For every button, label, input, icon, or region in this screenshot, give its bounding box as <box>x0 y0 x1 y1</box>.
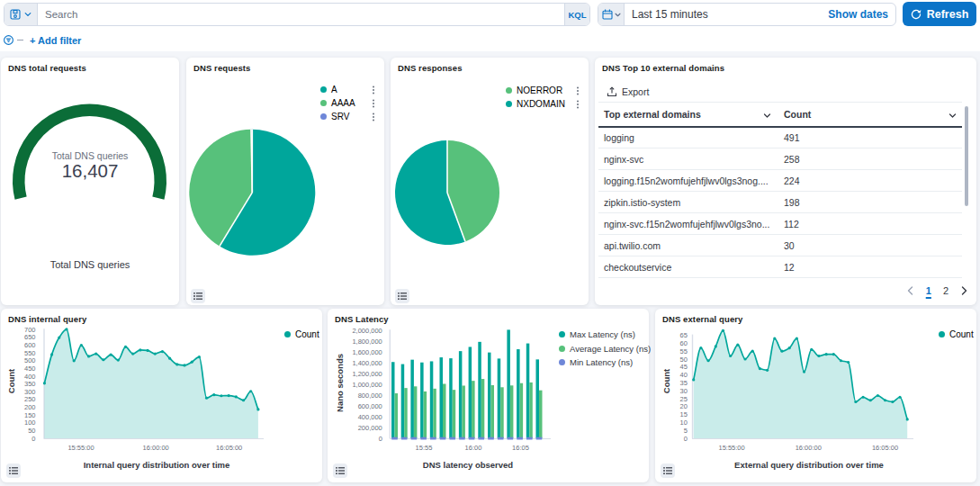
table-cell: 198 <box>778 192 962 213</box>
table-row[interactable]: checkoutservice12 <box>598 256 962 278</box>
bar-average-latency <box>424 392 427 438</box>
legend-item[interactable]: Count <box>939 328 974 341</box>
legend-label[interactable]: NXDOMAIN <box>517 99 565 109</box>
point-marker <box>788 346 791 349</box>
legend-actions-icon[interactable] <box>576 100 580 109</box>
show-dates-link[interactable]: Show dates <box>828 8 888 21</box>
point-marker <box>861 396 864 399</box>
chevron-down-icon <box>24 11 31 18</box>
legend-item[interactable]: Min Latency (ns) <box>559 356 651 370</box>
point-marker <box>706 359 709 362</box>
previous-page-button[interactable] <box>906 285 914 296</box>
time-range-label[interactable]: Last 15 minutes <box>632 8 708 21</box>
point-marker <box>58 336 60 338</box>
y-tick-label: 2,000,000 <box>352 327 382 335</box>
y-tick-label: 400,000 <box>358 413 382 421</box>
table-scrollbar[interactable] <box>965 106 968 206</box>
bar-min-latency <box>488 437 494 440</box>
legend-item[interactable]: AAAA <box>320 96 355 110</box>
y-tick-label: 800,000 <box>358 392 382 400</box>
table-cell: 491 <box>778 127 962 148</box>
calendar-menu-button[interactable] <box>598 4 625 25</box>
legend-toggle-button[interactable] <box>6 464 21 478</box>
table-row[interactable]: nginx-svc.f15n2womfujehfjlwv0lgs3no...11… <box>598 213 962 235</box>
chevron-down-icon[interactable] <box>949 112 957 120</box>
legend-actions-icon[interactable] <box>372 86 375 94</box>
bar-max-latency <box>459 351 463 438</box>
legend-label[interactable]: Count <box>949 329 974 339</box>
kql-badge[interactable]: KQL <box>564 4 589 25</box>
table-row[interactable]: zipkin.istio-system198 <box>598 192 962 213</box>
legend-actions-icon[interactable] <box>372 99 375 108</box>
point-marker <box>780 350 783 353</box>
point-marker <box>73 359 76 362</box>
refresh-label: Refresh <box>927 8 969 21</box>
point-marker <box>117 358 120 361</box>
point-marker <box>198 356 201 358</box>
legend-label[interactable]: AAAA <box>331 98 355 108</box>
bar-min-latency <box>401 437 408 440</box>
bar-min-latency <box>498 437 504 440</box>
saved-query-menu-button[interactable] <box>4 4 38 25</box>
legend-item[interactable]: A <box>320 83 355 96</box>
legend-item[interactable]: SRV <box>320 110 355 123</box>
table-row[interactable]: api.twilio.com30 <box>598 235 962 256</box>
legend-item[interactable]: NOERROR <box>506 84 565 97</box>
bar-max-latency <box>507 329 510 438</box>
bar-min-latency <box>536 437 543 440</box>
legend-actions-icon[interactable] <box>372 112 375 122</box>
add-filter-link[interactable]: + Add filter <box>30 35 81 46</box>
legend-item[interactable]: Count <box>284 328 319 341</box>
legend-label[interactable]: A <box>331 85 337 94</box>
legend: Count <box>284 328 319 341</box>
legend-actions-icon[interactable] <box>576 86 580 95</box>
y-tick-label: 20 <box>680 402 688 410</box>
table-row[interactable]: logging491 <box>598 127 962 148</box>
y-tick-label: 200 <box>24 403 36 411</box>
legend-toggle-button[interactable] <box>395 289 409 303</box>
bar-min-latency <box>391 437 398 440</box>
export-icon <box>607 86 617 97</box>
y-tick-label: 40 <box>680 371 688 379</box>
y-tick-label: 1,000,000 <box>352 381 382 389</box>
next-page-button[interactable] <box>960 285 968 296</box>
point-marker <box>729 355 732 357</box>
legend-label[interactable]: NOERROR <box>517 86 562 95</box>
table-row[interactable]: nginx-svc258 <box>598 148 962 170</box>
legend-label[interactable]: Min Latency (ns) <box>570 357 633 367</box>
bar-min-latency <box>508 437 514 440</box>
legend-label[interactable]: Max Latency (ns) <box>570 329 635 339</box>
y-tick-label: 10 <box>680 418 688 427</box>
legend-toggle-button[interactable] <box>191 289 205 303</box>
y-tick-label: 650 <box>24 333 36 341</box>
column-header-domains[interactable]: Top external domains <box>598 103 778 127</box>
legend-label[interactable]: Average Latency (ns) <box>570 344 651 354</box>
legend-label[interactable]: Count <box>295 329 319 339</box>
area-chart: 0501001502002503003504004505005506006507… <box>1 309 322 482</box>
column-header-count[interactable]: Count <box>778 103 962 127</box>
chevron-down-icon[interactable] <box>763 112 771 120</box>
page-button-1[interactable]: 1 <box>926 285 931 296</box>
table-cell: nginx-svc.f15n2womfujehfjlwv0lgs3no... <box>598 213 778 235</box>
export-button[interactable]: Export <box>607 86 649 97</box>
filter-bar: + Add filter <box>4 32 81 48</box>
legend-toggle-button[interactable] <box>661 464 675 478</box>
legend-toggle-button[interactable] <box>333 464 347 478</box>
table-cell: 224 <box>778 170 962 192</box>
bar-max-latency <box>478 342 481 438</box>
legend-item[interactable]: Average Latency (ns) <box>559 342 651 356</box>
legend-item[interactable]: NXDOMAIN <box>506 97 565 111</box>
point-marker <box>65 328 67 330</box>
table-row[interactable]: logging.f15n2womfujehfjlwv0lgs3nog....22… <box>598 170 962 192</box>
search-input[interactable] <box>38 4 564 25</box>
search-bar: KQL <box>4 3 590 26</box>
filter-icon[interactable] <box>4 35 13 45</box>
legend-item[interactable]: Max Latency (ns) <box>559 328 651 342</box>
y-axis-title: Count <box>661 337 671 427</box>
y-tick-label: 35 <box>680 379 688 387</box>
refresh-button[interactable]: Refresh <box>903 2 976 26</box>
y-tick-label: 550 <box>24 349 36 357</box>
legend-label[interactable]: SRV <box>331 112 349 122</box>
page-button-2[interactable]: 2 <box>943 285 949 296</box>
bar-max-latency <box>401 364 405 438</box>
